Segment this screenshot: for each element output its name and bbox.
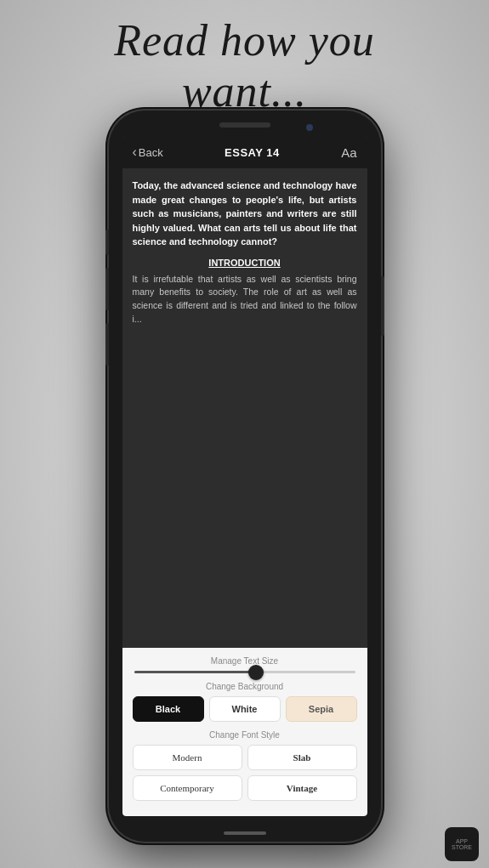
speaker-grille — [219, 122, 270, 128]
bg-white-button[interactable]: White — [209, 696, 281, 722]
phone-top — [109, 111, 381, 134]
camera-icon — [306, 124, 313, 131]
essay-question-text: Today, the advanced science and technolo… — [133, 179, 357, 249]
power-button — [381, 276, 384, 336]
font-vintage-button[interactable]: Vintage — [247, 775, 357, 801]
text-size-label: Manage Text Size — [133, 656, 357, 666]
essay-content: Today, the advanced science and technolo… — [122, 168, 367, 648]
back-button[interactable]: ‹ Back — [133, 145, 163, 160]
phone-screen: ‹ Back ESSAY 14 Aa Today, the advanced s… — [122, 136, 367, 816]
slider-thumb[interactable] — [248, 665, 264, 680]
essay-title: ESSAY 14 — [225, 146, 280, 159]
bg-black-button[interactable]: Black — [133, 696, 204, 722]
chevron-left-icon: ‹ — [133, 145, 137, 160]
text-size-slider[interactable] — [133, 671, 357, 673]
font-buttons-row2: Contemporary Vintage — [133, 775, 357, 801]
background-label: Change Background — [133, 682, 357, 691]
settings-panel: Manage Text Size Change Background Black… — [122, 648, 367, 816]
intro-heading: INTRODUCTION — [133, 258, 357, 268]
background-buttons: Black White Sepia — [133, 696, 357, 722]
font-contemporary-button[interactable]: Contemporary — [133, 775, 242, 801]
slider-fill — [134, 671, 256, 673]
home-indicator — [224, 831, 266, 835]
essay-body-text: It is irrefutable that artists as well a… — [133, 273, 357, 326]
back-label: Back — [139, 146, 163, 159]
slider-track — [134, 671, 355, 673]
navigation-bar: ‹ Back ESSAY 14 Aa — [122, 136, 367, 168]
volume-up-button — [105, 268, 109, 310]
bg-sepia-button[interactable]: Sepia — [286, 696, 357, 722]
volume-down-button — [105, 323, 109, 366]
font-modern-button[interactable]: Modern — [133, 745, 242, 770]
page-title: Read how you want... — [0, 0, 489, 117]
phone-shell: ‹ Back ESSAY 14 Aa Today, the advanced s… — [109, 111, 381, 842]
volume-mute-button — [105, 230, 109, 255]
font-size-button[interactable]: Aa — [341, 145, 356, 160]
font-style-label: Change Font Style — [133, 730, 357, 740]
font-buttons-row1: Modern Slab — [133, 745, 357, 770]
phone-bottom — [109, 825, 381, 842]
badge-text: APPSTORE — [452, 838, 472, 850]
app-store-badge: APPSTORE — [445, 827, 479, 861]
font-slab-button[interactable]: Slab — [247, 745, 357, 770]
